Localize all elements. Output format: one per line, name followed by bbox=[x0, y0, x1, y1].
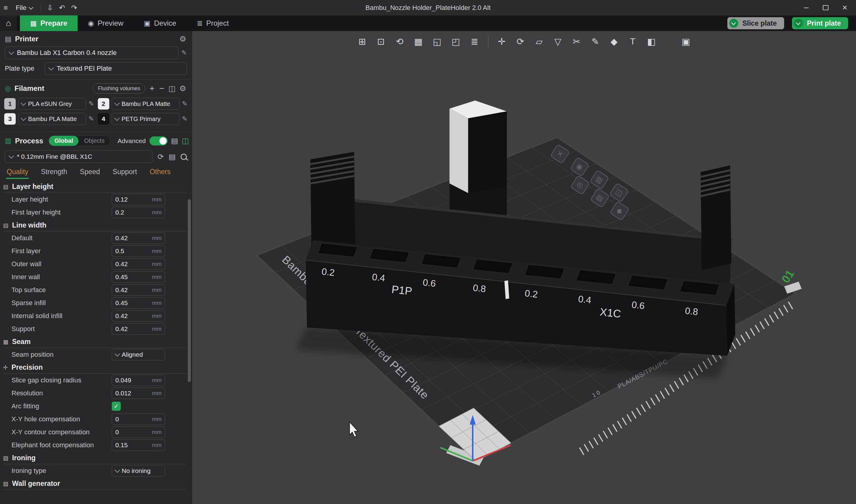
tab-project[interactable]: ≣Project bbox=[186, 15, 239, 31]
plate-type-select[interactable]: Textured PEI Plate bbox=[45, 62, 187, 75]
filament-select-3[interactable]: Bambu PLA Matte bbox=[18, 113, 86, 125]
close-button[interactable]: ✕ bbox=[840, 3, 849, 12]
outer-wall-field[interactable] bbox=[115, 260, 149, 268]
filament-select-4[interactable]: PETG Primary bbox=[112, 113, 180, 125]
x-y-hole-compensation-input[interactable]: mm bbox=[112, 413, 165, 425]
redo-icon[interactable]: ↷ bbox=[71, 4, 77, 12]
ironing-type-select[interactable]: No ironing bbox=[112, 465, 165, 476]
add-model-icon[interactable]: ⊞ bbox=[355, 34, 370, 49]
filament-select-1[interactable]: PLA eSUN Grey bbox=[18, 98, 86, 110]
file-menu[interactable]: File bbox=[14, 4, 34, 12]
process-list-icon[interactable]: ▤ bbox=[171, 137, 178, 145]
outer-wall-input[interactable]: mm bbox=[112, 258, 165, 270]
param-tab-others[interactable]: Others bbox=[150, 168, 171, 179]
arrange-icon[interactable]: ▦ bbox=[411, 34, 426, 49]
x-y-contour-compensation-field[interactable] bbox=[115, 429, 149, 436]
inner-wall-input[interactable]: mm bbox=[112, 271, 165, 283]
tab-device[interactable]: ▣Device bbox=[134, 15, 186, 31]
minimize-button[interactable] bbox=[802, 3, 811, 12]
filament-edit-icon[interactable]: ✎ bbox=[88, 101, 94, 107]
tab-preview[interactable]: ◉Preview bbox=[77, 15, 133, 31]
auto-orient-icon[interactable]: ⟲ bbox=[392, 34, 408, 49]
param-tab-quality[interactable]: Quality bbox=[7, 168, 29, 179]
param-tab-strength[interactable]: Strength bbox=[41, 168, 67, 179]
process-params-icon[interactable]: ◫ bbox=[182, 137, 189, 145]
filament-badge-2[interactable]: 2 bbox=[98, 98, 109, 110]
resolution-input[interactable]: mm bbox=[112, 388, 165, 399]
add-plate-icon[interactable]: ⊡ bbox=[373, 34, 389, 49]
top-surface-field[interactable] bbox=[115, 286, 149, 294]
slice-gap-closing-radius-input[interactable]: mm bbox=[112, 375, 165, 386]
first-layer-input[interactable]: mm bbox=[112, 245, 165, 257]
support-input[interactable]: mm bbox=[112, 323, 165, 335]
process-preset-select[interactable]: * 0.12mm Fine @BBL X1C bbox=[5, 150, 153, 163]
filament-badge-1[interactable]: 1 bbox=[4, 98, 16, 110]
slice-gap-closing-radius-field[interactable] bbox=[115, 377, 149, 384]
print-plate-button[interactable]: Print plate bbox=[792, 17, 848, 29]
x-y-hole-compensation-field[interactable] bbox=[115, 416, 149, 423]
split-to-objects-icon[interactable]: ◱ bbox=[429, 34, 445, 49]
x-y-contour-compensation-input[interactable]: mm bbox=[112, 427, 165, 438]
home-button[interactable]: ⌂ bbox=[0, 15, 17, 31]
save-icon[interactable]: ⇩ bbox=[47, 4, 53, 12]
support-painting-icon[interactable]: ✎ bbox=[588, 34, 603, 49]
save-preset-icon[interactable]: ▤ bbox=[168, 153, 176, 161]
tab-prepare[interactable]: ▦Prepare bbox=[20, 15, 77, 31]
internal-solid-infill-input[interactable]: mm bbox=[112, 310, 165, 322]
scope-objects-button[interactable]: Objects bbox=[78, 136, 110, 146]
filament-settings-gear-icon[interactable]: ⚙ bbox=[179, 85, 186, 92]
sidebar-scrollbar[interactable] bbox=[188, 199, 191, 382]
internal-solid-infill-field[interactable] bbox=[115, 312, 149, 320]
filament-badge-3[interactable]: 3 bbox=[4, 113, 16, 125]
support-field[interactable] bbox=[115, 325, 149, 332]
elephant-foot-compensation-input[interactable]: mm bbox=[112, 439, 165, 451]
printer-edit-icon[interactable]: ✎ bbox=[181, 50, 187, 56]
maximize-button[interactable] bbox=[821, 3, 830, 12]
print-dropdown-icon[interactable] bbox=[794, 19, 803, 28]
filament-badge-4[interactable]: 4 bbox=[98, 113, 109, 125]
arc-fitting-checkbox[interactable]: ✓ bbox=[112, 402, 121, 411]
search-icon[interactable] bbox=[181, 154, 187, 160]
inner-wall-field[interactable] bbox=[115, 273, 149, 281]
add-filament-button[interactable]: + bbox=[149, 84, 155, 93]
filament-edit-icon[interactable]: ✎ bbox=[182, 115, 188, 122]
scale-icon[interactable]: ▱ bbox=[531, 34, 547, 49]
undo-icon[interactable]: ↶ bbox=[59, 4, 65, 12]
filament-edit-icon[interactable]: ✎ bbox=[182, 101, 188, 107]
app-menu-icon[interactable]: ≡ bbox=[4, 4, 8, 12]
first-layer-height-input[interactable]: mm bbox=[112, 207, 165, 218]
remove-filament-button[interactable]: − bbox=[159, 84, 165, 93]
text-shape-icon[interactable]: T bbox=[625, 34, 641, 49]
top-surface-input[interactable]: mm bbox=[112, 284, 165, 296]
filament-select-2[interactable]: Bambu PLA Matte bbox=[112, 98, 180, 110]
default-input[interactable]: mm bbox=[112, 232, 165, 244]
slice-dropdown-icon[interactable] bbox=[729, 19, 738, 28]
advanced-toggle[interactable] bbox=[149, 137, 167, 145]
rotate-icon[interactable]: ⟳ bbox=[513, 34, 529, 49]
assembly-view-icon[interactable]: ▣ bbox=[678, 34, 694, 49]
filament-edit-icon[interactable]: ✎ bbox=[88, 115, 94, 122]
first-layer-field[interactable] bbox=[115, 248, 149, 255]
scope-global-button[interactable]: Global bbox=[49, 136, 78, 146]
seam-position-select[interactable]: Aligned bbox=[112, 349, 165, 360]
flushing-volumes-button[interactable]: Flushing volumes bbox=[93, 83, 145, 93]
elephant-foot-compensation-field[interactable] bbox=[115, 442, 149, 449]
param-tab-support[interactable]: Support bbox=[113, 168, 137, 179]
cut-icon[interactable]: ✂ bbox=[569, 34, 585, 49]
printer-select[interactable]: Bambu Lab X1 Carbon 0.4 nozzle bbox=[5, 47, 178, 59]
resolution-field[interactable] bbox=[115, 390, 149, 397]
printer-settings-gear-icon[interactable]: ⚙ bbox=[179, 35, 186, 43]
first-layer-height-field[interactable] bbox=[115, 209, 149, 216]
param-tab-speed[interactable]: Speed bbox=[80, 168, 100, 179]
reset-preset-icon[interactable]: ⟳ bbox=[157, 153, 164, 161]
default-field[interactable] bbox=[115, 234, 149, 242]
variable-layer-height-icon[interactable]: ≣ bbox=[467, 34, 482, 49]
layer-height-field[interactable] bbox=[115, 196, 149, 203]
sparse-infill-input[interactable]: mm bbox=[112, 297, 165, 309]
seam-painting-icon[interactable]: ◆ bbox=[606, 34, 622, 49]
sparse-infill-field[interactable] bbox=[115, 300, 149, 307]
place-on-face-icon[interactable]: ▽ bbox=[550, 34, 566, 49]
slice-plate-button[interactable]: Slice plate bbox=[727, 17, 784, 29]
scene-canvas[interactable]: ✕◉▥◫◎▤◆ Bambu Dual-Sided Textured PEI Pl… bbox=[192, 31, 856, 504]
color-painting-icon[interactable]: ◧ bbox=[644, 34, 659, 49]
